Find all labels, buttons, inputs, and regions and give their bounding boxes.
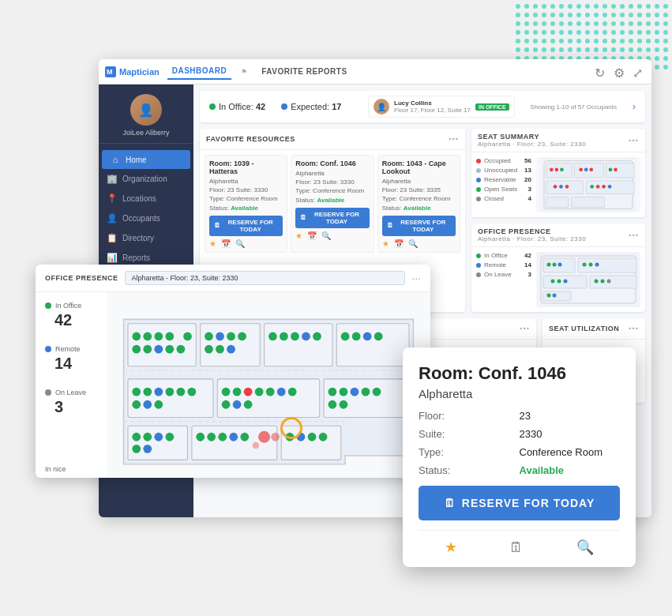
bulletin-menu[interactable]: ··· bbox=[520, 322, 530, 335]
resource-3-type: Type: Conference Room bbox=[382, 194, 456, 203]
sidebar-item-home[interactable]: ⌂ Home bbox=[102, 150, 190, 169]
svg-point-69 bbox=[205, 332, 213, 341]
refresh-icon[interactable]: ↻ bbox=[595, 66, 607, 78]
avatar: 👤 bbox=[130, 94, 162, 126]
occupants-icon: 👤 bbox=[107, 213, 118, 223]
op-small-menu[interactable]: ··· bbox=[629, 229, 639, 242]
floor-label: Floor: bbox=[419, 410, 520, 422]
svg-point-12 bbox=[555, 168, 559, 172]
maptician-logo-icon: M bbox=[105, 66, 116, 77]
resource-2-title: Room: Conf. 1046 bbox=[295, 160, 369, 167]
svg-point-20 bbox=[559, 185, 563, 189]
svg-point-72 bbox=[238, 332, 246, 341]
reserve-btn-3[interactable]: 🗓 RESERVE FOR TODAY bbox=[382, 216, 456, 236]
svg-point-124 bbox=[253, 442, 260, 449]
svg-point-25 bbox=[608, 185, 612, 189]
star-icon-1[interactable]: ★ bbox=[209, 239, 216, 248]
resource-1-icons: ★ 📅 🔍 bbox=[209, 239, 283, 248]
popup-calendar-icon[interactable]: 🗓 bbox=[509, 539, 524, 556]
fav-resources-menu[interactable]: ··· bbox=[449, 133, 459, 145]
svg-point-80 bbox=[313, 332, 321, 341]
op-in-office-label: In Office bbox=[55, 302, 81, 310]
svg-point-77 bbox=[280, 332, 288, 341]
op-expanded-in-office: In Office 42 bbox=[45, 302, 97, 329]
search-icon-sm-2[interactable]: 🔍 bbox=[321, 231, 331, 240]
floor-value: 23 bbox=[520, 410, 621, 422]
search-icon-sm-1[interactable]: 🔍 bbox=[235, 239, 245, 248]
sidebar-item-directory[interactable]: 📋 Directory bbox=[99, 228, 193, 248]
star-icon-2[interactable]: ★ bbox=[295, 231, 302, 240]
svg-point-67 bbox=[176, 345, 185, 354]
svg-point-73 bbox=[205, 345, 213, 354]
reserve-btn-label: RESERVE FOR TODAY bbox=[462, 497, 595, 509]
expected-dot bbox=[281, 103, 287, 110]
sidebar-item-organization[interactable]: 🏢 Organization bbox=[99, 169, 193, 189]
svg-rect-5 bbox=[574, 163, 603, 178]
reserve-today-button[interactable]: 🗓 RESERVE FOR TODAY bbox=[419, 486, 620, 520]
settings-icon[interactable]: ⚙ bbox=[614, 66, 626, 78]
search-icon-sm-3[interactable]: 🔍 bbox=[408, 239, 418, 248]
seat-summary-map bbox=[536, 157, 640, 212]
svg-point-88 bbox=[165, 388, 174, 396]
svg-rect-7 bbox=[546, 181, 584, 194]
popup-search-icon[interactable]: 🔍 bbox=[576, 539, 594, 556]
app-logo: M Maptician bbox=[105, 66, 160, 77]
calendar-icon-sm-3[interactable]: 📅 bbox=[394, 239, 404, 248]
svg-rect-53 bbox=[128, 379, 213, 418]
calendar-icon-sm-2[interactable]: 📅 bbox=[307, 231, 317, 240]
occupied-dot bbox=[476, 159, 481, 163]
svg-point-99 bbox=[277, 388, 286, 396]
svg-point-119 bbox=[218, 433, 227, 441]
svg-point-68 bbox=[183, 332, 192, 341]
resource-card-3: Room: 1043 - Cape Lookout Alpharetta Flo… bbox=[377, 155, 460, 253]
resource-1-floor: Floor: 23 Suite: 3330 bbox=[209, 186, 283, 194]
status-label: Status: bbox=[419, 464, 520, 476]
svg-point-43 bbox=[601, 280, 605, 284]
svg-point-35 bbox=[558, 263, 562, 267]
svg-point-108 bbox=[373, 388, 381, 396]
svg-point-45 bbox=[547, 294, 551, 298]
svg-point-113 bbox=[154, 433, 163, 441]
op-expanded-remote: Remote 14 bbox=[45, 345, 97, 373]
svg-point-106 bbox=[351, 388, 359, 396]
svg-point-120 bbox=[229, 433, 238, 441]
op-location-input[interactable]: Alpharetta - Floor: 23, Suite: 2330 bbox=[125, 271, 406, 285]
seat-summary-menu[interactable]: ··· bbox=[629, 134, 639, 147]
office-presence-expanded-panel: OFFICE PRESENCE Alpharetta - Floor: 23, … bbox=[36, 265, 430, 478]
svg-point-18 bbox=[614, 168, 618, 172]
star-icon-3[interactable]: ★ bbox=[382, 239, 389, 248]
utilization-title: SEAT UTILIZATION bbox=[549, 325, 619, 332]
calendar-icon-sm-1[interactable]: 📅 bbox=[221, 239, 231, 248]
stat-unoccupied: Unoccupied 13 bbox=[476, 167, 531, 174]
reserve-btn-2[interactable]: 🗓 RESERVE FOR TODAY bbox=[295, 208, 369, 228]
nav-dashboard[interactable]: DASHBOARD bbox=[167, 63, 232, 80]
svg-rect-51 bbox=[265, 324, 332, 366]
expand-icon[interactable]: ⤢ bbox=[633, 66, 645, 78]
user-status-badge: IN OFFICE bbox=[475, 103, 509, 111]
locations-icon: 📍 bbox=[107, 193, 118, 204]
unoccupied-dot bbox=[476, 168, 481, 173]
org-icon: 🏢 bbox=[107, 174, 118, 184]
op-expanded-menu[interactable]: ··· bbox=[411, 272, 421, 284]
sidebar-item-locations[interactable]: 📍 Locations bbox=[99, 189, 193, 208]
svg-rect-55 bbox=[324, 379, 409, 418]
op-remote-label: Remote bbox=[55, 345, 81, 353]
nav-favorite-reports[interactable]: FAVORITE REPORTS bbox=[257, 64, 351, 79]
sidebar-item-occupants[interactable]: 👤 Occupants bbox=[99, 208, 193, 228]
popup-star-icon[interactable]: ★ bbox=[445, 539, 457, 556]
reserve-btn-1[interactable]: 🗓 RESERVE FOR TODAY bbox=[209, 216, 283, 236]
svg-point-95 bbox=[233, 388, 242, 396]
svg-point-19 bbox=[554, 185, 557, 189]
svg-point-78 bbox=[291, 332, 299, 341]
op-on-leave-value: 3 bbox=[45, 398, 97, 416]
svg-rect-52 bbox=[336, 324, 409, 366]
seat-map-svg bbox=[536, 157, 640, 212]
svg-point-71 bbox=[227, 332, 235, 341]
user-info-name: Lucy Collins bbox=[394, 100, 471, 107]
next-chevron[interactable]: › bbox=[633, 101, 636, 112]
stat-reservable: Reservable 20 bbox=[476, 176, 531, 183]
svg-point-23 bbox=[596, 185, 600, 189]
office-presence-small-panel: OFFICE PRESENCE Alpharetta · Floor: 23, … bbox=[471, 223, 645, 312]
utilization-menu[interactable]: ··· bbox=[629, 322, 639, 335]
svg-rect-29 bbox=[578, 258, 636, 272]
